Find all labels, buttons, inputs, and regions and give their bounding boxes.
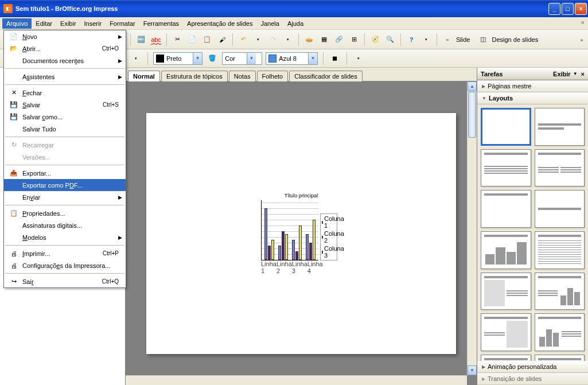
horizontal-scrollbar[interactable] xyxy=(126,375,467,385)
layout-title-chart[interactable] xyxy=(481,231,531,269)
menu-item-salvar[interactable]: 💾SalvarCtrl+S xyxy=(4,99,126,111)
design-icon[interactable]: ◫ xyxy=(477,33,489,46)
section-layouts[interactable]: ▼Layouts xyxy=(477,92,588,104)
layout-title-content[interactable] xyxy=(481,149,531,187)
menu-item-enviar[interactable]: Enviar▶ xyxy=(4,191,126,203)
vertical-scrollbar[interactable]: ▲ ▼ xyxy=(467,81,477,375)
embedded-chart[interactable]: Título principal Linha 1Linha 2Linha 3Li… xyxy=(261,193,341,274)
menu-item-abrir[interactable]: 📂Abrir...Ctrl+O xyxy=(4,42,126,55)
layout-title-object-text[interactable] xyxy=(535,355,585,361)
menu-close-x-icon[interactable]: × xyxy=(581,19,585,26)
tab-normal[interactable]: Normal xyxy=(128,71,160,81)
scroll-up-icon[interactable]: ▲ xyxy=(468,81,477,91)
menu-arquivo[interactable]: Arquivo xyxy=(2,18,32,29)
layout-title-text-object[interactable] xyxy=(481,355,531,361)
fill-type-combo[interactable]: Cor ▼ xyxy=(222,52,262,65)
layout-title-chart-text[interactable] xyxy=(535,313,585,351)
menu-item-salvar-tudo[interactable]: Salvar Tudo xyxy=(4,123,126,135)
submenu-arrow-icon: ▶ xyxy=(118,235,122,240)
arrow-style-dropdown-icon[interactable]: ▾ xyxy=(130,52,142,65)
menu-janela[interactable]: Janela xyxy=(256,18,283,29)
copy-icon[interactable]: 📄 xyxy=(186,33,198,46)
menu-editar[interactable]: Editar xyxy=(32,18,56,29)
menu-item-recentes[interactable]: Documentos recentes▶ xyxy=(4,55,126,67)
design-label[interactable]: Design de slides xyxy=(492,36,538,43)
toolbar-dropdown-icon[interactable]: ▾ xyxy=(352,52,365,65)
help-dropdown-icon[interactable]: ▾ xyxy=(420,33,433,46)
dropdown-icon[interactable]: ▼ xyxy=(193,53,202,64)
menu-item-novo[interactable]: 📄Novo▶ xyxy=(4,30,126,42)
cut-icon[interactable]: ✂ xyxy=(171,33,184,46)
menu-item-config-impressora[interactable]: 🖨Configurações da Impressora... xyxy=(4,259,126,271)
layout-title[interactable] xyxy=(535,108,585,146)
menu-item-fechar[interactable]: ✕Fechar xyxy=(4,87,126,99)
navigator-icon[interactable]: 🧭 xyxy=(369,33,381,46)
menu-item-sair[interactable]: ↪SairCtrl+Q xyxy=(4,275,126,287)
chart-x-labels: Linha 1Linha 2Linha 3Linha 4 xyxy=(261,260,318,274)
redo-icon[interactable]: ↷ xyxy=(267,33,279,46)
tasks-exibir-link[interactable]: Exibir xyxy=(553,71,571,77)
close-doc-icon: ✕ xyxy=(7,88,20,98)
layout-centered-text[interactable] xyxy=(535,190,585,228)
fill-bucket-icon[interactable]: 🪣 xyxy=(206,52,219,65)
help-icon[interactable]: ? xyxy=(405,33,418,46)
layout-title-only[interactable] xyxy=(481,190,531,228)
dropdown-icon[interactable]: ▼ xyxy=(308,53,317,64)
menu-item-assistentes[interactable]: Assistentes▶ xyxy=(4,71,126,83)
close-button[interactable]: × xyxy=(575,3,587,15)
redo-dropdown-icon[interactable]: ▾ xyxy=(282,33,294,46)
menu-item-propriedades[interactable]: 📋Propriedades... xyxy=(4,207,126,219)
menu-ajuda[interactable]: Ajuda xyxy=(283,18,307,29)
tab-folheto[interactable]: Folheto xyxy=(257,71,289,81)
menu-formatar[interactable]: Formatar xyxy=(106,18,139,29)
grid-icon[interactable]: ⊞ xyxy=(348,33,360,46)
slide-icon[interactable]: ▫ xyxy=(441,33,454,46)
menu-ferramentas[interactable]: Ferramentas xyxy=(139,18,183,29)
slide-canvas[interactable]: Título principal Linha 1Linha 2Linha 3Li… xyxy=(146,113,456,354)
minimize-button[interactable]: _ xyxy=(548,3,560,15)
layout-title-clipart-text[interactable] xyxy=(481,273,531,310)
app-icon: ◧ xyxy=(3,4,13,13)
scroll-down-icon[interactable]: ▼ xyxy=(468,365,477,375)
menu-apresentacao[interactable]: Apresentação de slides xyxy=(183,18,256,29)
undo-icon[interactable]: ↶ xyxy=(237,33,250,46)
layout-two-content[interactable] xyxy=(535,149,585,187)
close-panel-icon[interactable]: × xyxy=(581,71,585,77)
chart-icon[interactable]: 🥧 xyxy=(303,33,316,46)
tab-estrutura[interactable]: Estrutura de tópicos xyxy=(161,71,228,81)
scroll-thumb[interactable] xyxy=(468,92,476,138)
tab-classificador[interactable]: Classificador de slides xyxy=(289,71,362,81)
layout-blank[interactable] xyxy=(481,108,531,146)
section-animacao[interactable]: ▶Animação personalizada xyxy=(477,361,588,373)
menu-exibir[interactable]: Exibir xyxy=(56,18,80,29)
zoom-icon[interactable]: 🔍 xyxy=(384,33,396,46)
line-color-combo[interactable]: Preto ▼ xyxy=(153,52,203,65)
format-paintbrush-icon[interactable]: 🖌 xyxy=(216,33,228,46)
menu-item-imprimir[interactable]: 🖨Imprimir...Ctrl+P xyxy=(4,247,126,259)
layout-title-text-chart[interactable] xyxy=(535,273,585,310)
table-icon[interactable]: ▦ xyxy=(318,33,330,46)
undo-dropdown-icon[interactable]: ▾ xyxy=(252,33,264,46)
menu-item-salvar-como[interactable]: 💾Salvar como... xyxy=(4,111,126,123)
menu-item-modelos[interactable]: Modelos▶ xyxy=(4,231,126,243)
section-paginas-mestre[interactable]: ▶Páginas mestre xyxy=(477,80,588,92)
toolbar-overflow-icon[interactable]: » xyxy=(578,32,586,48)
paste-icon[interactable]: 📋 xyxy=(201,33,213,46)
slide-label[interactable]: Slide xyxy=(456,36,474,43)
menu-item-exportar[interactable]: 📤Exportar... xyxy=(4,167,126,179)
shadow-icon[interactable]: ◼ xyxy=(329,52,341,65)
maximize-button[interactable]: □ xyxy=(562,3,574,15)
tab-notas[interactable]: Notas xyxy=(229,71,256,81)
layout-title-table[interactable] xyxy=(535,231,585,269)
dropdown-icon[interactable]: ▼ xyxy=(247,53,256,64)
menu-inserir[interactable]: Inserir xyxy=(80,18,106,29)
dropdown-icon[interactable]: ▼ xyxy=(573,71,578,76)
layout-title-text-clipart[interactable] xyxy=(481,313,531,351)
section-transicao[interactable]: ▶Transição de slides xyxy=(477,373,588,385)
hyperlink-icon[interactable]: 🔗 xyxy=(333,33,345,46)
menu-item-exportar-pdf[interactable]: Exportar como PDF... xyxy=(4,179,126,191)
menu-item-assinaturas[interactable]: Assinaturas digitais... xyxy=(4,219,126,231)
auto-spellcheck-icon[interactable]: abc xyxy=(150,33,162,46)
spellcheck-icon[interactable]: 🔤 xyxy=(135,33,147,46)
fill-color-combo[interactable]: Azul 8 ▼ xyxy=(266,52,318,65)
